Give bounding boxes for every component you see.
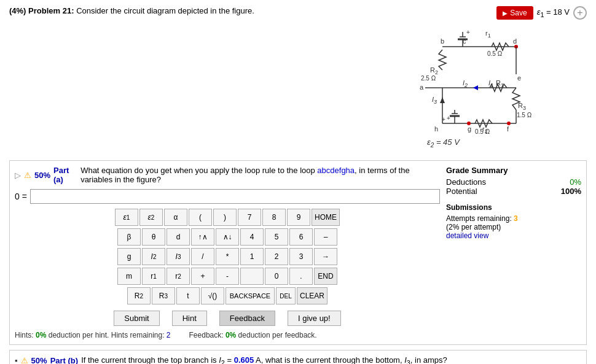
- epsilon1-label: ε1 = 18 V: [537, 7, 570, 18]
- kb-asterisk[interactable]: *: [216, 248, 239, 265]
- svg-point-41: [507, 122, 511, 125]
- feedback-label: Feedback:: [189, 331, 224, 339]
- kb-epsilon2[interactable]: ε2: [139, 209, 163, 226]
- grade-summary-title: Grade Summary: [446, 166, 581, 175]
- kb-2[interactable]: 2: [265, 248, 288, 265]
- kb-6[interactable]: 6: [289, 228, 313, 246]
- part-b-question: If the current through the top branch is…: [81, 355, 447, 364]
- add-button[interactable]: +: [573, 6, 587, 20]
- kb-open-paren[interactable]: (: [189, 209, 212, 226]
- equation-input[interactable]: [30, 189, 440, 204]
- problem-description: Consider the circuit diagram depicted in…: [76, 6, 254, 15]
- kb-close-paren[interactable]: ): [213, 209, 237, 226]
- kb-dot[interactable]: .: [289, 268, 313, 285]
- kb-up-arrow[interactable]: ↑∧: [191, 228, 214, 246]
- kb-alpha[interactable]: α: [164, 209, 187, 226]
- kb-epsilon1[interactable]: ε1: [115, 209, 138, 226]
- attempts-value: 3: [514, 214, 518, 223]
- feedback-deduction-text: deduction per feedback.: [238, 331, 317, 339]
- kb-g[interactable]: g: [117, 248, 141, 265]
- keyboard-row-1: ε1 ε2 α ( ) 7 8 9 HOME: [115, 209, 340, 226]
- kb-t[interactable]: t: [176, 287, 200, 304]
- hint-button[interactable]: Hint: [172, 311, 207, 326]
- per-attempt: (2% per attempt): [446, 223, 581, 231]
- kb-down-arrow[interactable]: ∧↓: [216, 228, 239, 246]
- kb-dash[interactable]: –: [314, 228, 337, 246]
- hints-remaining-link[interactable]: 2: [167, 331, 171, 339]
- kb-right-arrow[interactable]: →: [314, 248, 337, 265]
- kb-1[interactable]: 1: [240, 248, 264, 265]
- deductions-value: 0%: [570, 177, 581, 187]
- hints-row: Hints: 0% deduction per hint. Hints rema…: [15, 331, 440, 339]
- svg-text:0.5 Ω: 0.5 Ω: [487, 50, 503, 57]
- svg-text:g: g: [468, 125, 471, 133]
- svg-text:e: e: [517, 74, 521, 82]
- problem-header: (4%) Problem 21: Consider the circuit di…: [9, 6, 254, 15]
- feedback-button[interactable]: Feedback: [219, 311, 275, 326]
- submissions-title: Submissions: [446, 203, 581, 212]
- kb-R3[interactable]: R3: [152, 287, 175, 304]
- detailed-view-link[interactable]: detailed view: [446, 231, 488, 240]
- part-a-header: ▷ ⚠ 50% Part (a) What equation do you ge…: [15, 166, 440, 184]
- expand-icon[interactable]: ▷: [15, 171, 21, 180]
- action-buttons: Submit Hint Feedback I give up!: [15, 311, 440, 326]
- feedback-hints-text: Feedback: 0% deduction per feedback.: [189, 331, 317, 339]
- kb-I2[interactable]: I2: [142, 248, 165, 265]
- attempts-row: Attempts remaining: 3: [446, 214, 581, 223]
- submissions-section: Submissions Attempts remaining: 3 (2% pe…: [446, 203, 581, 240]
- svg-text:2.5 Ω: 2.5 Ω: [421, 75, 436, 82]
- potential-label: Potential: [446, 187, 477, 196]
- potential-row: Potential 100%: [446, 187, 581, 196]
- svg-text:f: f: [507, 125, 509, 133]
- kb-7[interactable]: 7: [238, 209, 261, 226]
- kb-home[interactable]: HOME: [312, 209, 340, 226]
- kb-R2[interactable]: R2: [127, 287, 151, 304]
- part-a-section: ▷ ⚠ 50% Part (a) What equation do you ge…: [9, 160, 587, 345]
- kb-I3[interactable]: I3: [167, 248, 190, 265]
- submit-button[interactable]: Submit: [114, 311, 159, 326]
- keyboard-row-4: m r1 r2 + - 0 . END: [115, 268, 340, 285]
- grade-summary: Grade Summary Deductions 0% Potential 10…: [446, 166, 581, 196]
- svg-text:I3: I3: [432, 96, 437, 105]
- kb-slash[interactable]: /: [191, 248, 214, 265]
- part-b-expand[interactable]: ▪: [15, 356, 18, 364]
- kb-clear[interactable]: CLEAR: [297, 287, 327, 304]
- save-button[interactable]: Save: [496, 6, 533, 20]
- svg-text:+: +: [466, 29, 470, 36]
- svg-text:R3: R3: [518, 102, 526, 111]
- kb-0[interactable]: 0: [265, 268, 288, 285]
- kb-9[interactable]: 9: [287, 209, 310, 226]
- kb-empty: [240, 268, 264, 285]
- keyboard-row-5: R2 R3 t √() BACKSPACE DEL CLEAR: [115, 287, 340, 304]
- svg-text:d: d: [513, 37, 517, 45]
- kb-sqrt[interactable]: √(): [201, 287, 224, 304]
- equation-row: 0 =: [15, 189, 440, 204]
- kb-8[interactable]: 8: [262, 209, 286, 226]
- kb-backspace[interactable]: BACKSPACE: [225, 287, 275, 304]
- circuit-diagram: b c r1 d + 0.5: [396, 22, 587, 157]
- kb-4[interactable]: 4: [240, 228, 264, 246]
- part-b-header: ▪ ⚠ 50% Part (b) If the current through …: [15, 355, 581, 364]
- give-up-button[interactable]: I give up!: [288, 311, 341, 326]
- kb-m[interactable]: m: [117, 268, 141, 285]
- kb-r2[interactable]: r2: [167, 268, 190, 285]
- kb-minus[interactable]: -: [216, 268, 239, 285]
- part-b-percent: 50%: [31, 356, 47, 364]
- kb-plus[interactable]: +: [191, 268, 214, 285]
- kb-5[interactable]: 5: [265, 228, 288, 246]
- deductions-label: Deductions: [446, 177, 486, 187]
- kb-beta[interactable]: β: [117, 228, 141, 246]
- grade-summary-panel: Grade Summary Deductions 0% Potential 10…: [446, 166, 581, 339]
- keyboard-area: ε1 ε2 α ( ) 7 8 9 HOME β: [15, 209, 440, 306]
- kb-d[interactable]: d: [167, 228, 190, 246]
- equation-prefix: 0 =: [15, 192, 27, 201]
- kb-3[interactable]: 3: [289, 248, 313, 265]
- part-b-label: Part (b): [50, 356, 79, 364]
- kb-r1[interactable]: r1: [142, 268, 165, 285]
- hints-label: Hints:: [15, 331, 34, 339]
- svg-text:h: h: [434, 125, 438, 133]
- kb-theta[interactable]: θ: [142, 228, 165, 246]
- kb-del[interactable]: DEL: [276, 287, 296, 304]
- attempts-label: Attempts remaining:: [446, 214, 512, 223]
- kb-end[interactable]: END: [314, 268, 337, 285]
